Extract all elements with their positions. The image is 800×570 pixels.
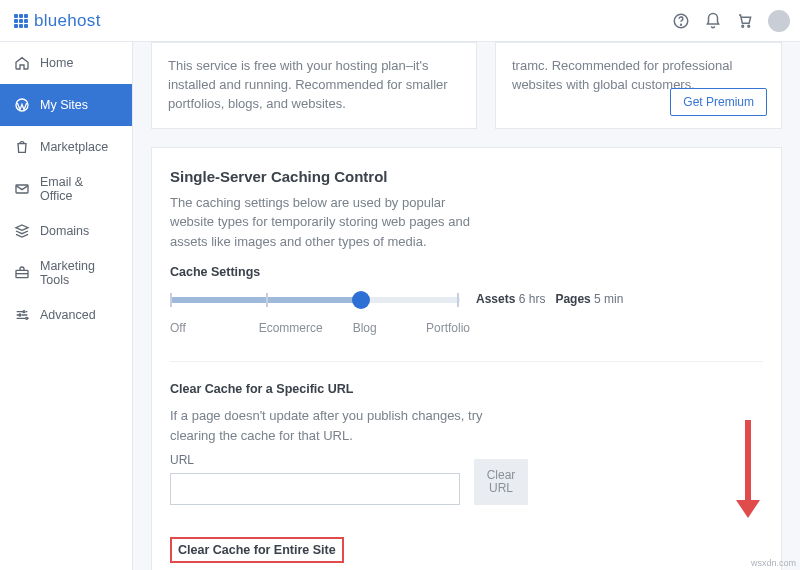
top-header: bluehost: [0, 0, 800, 42]
avatar[interactable]: [768, 10, 790, 32]
premium-card-text: tramc. Recommended for professional webs…: [512, 58, 732, 92]
brand-name: bluehost: [34, 11, 101, 31]
cache-status-text: Assets 6 hrs Pages 5 min: [476, 292, 623, 306]
toolbox-icon: [14, 265, 30, 281]
plan-info-text: This service is free with your hosting p…: [168, 58, 448, 111]
level-off: Off: [170, 321, 229, 335]
url-input[interactable]: [170, 473, 460, 505]
nav-advanced[interactable]: Advanced: [0, 294, 132, 336]
watermark: wsxdn.com: [751, 558, 796, 568]
url-label: URL: [170, 453, 460, 467]
svg-point-2: [742, 25, 744, 27]
nav-label: Marketplace: [40, 140, 108, 154]
svg-point-8: [19, 314, 21, 316]
top-actions: [672, 10, 790, 32]
plan-info-card: This service is free with your hosting p…: [151, 42, 477, 129]
cache-settings-label: Cache Settings: [170, 265, 763, 279]
slider-labels: Off Ecommerce Blog Portfolio: [170, 321, 470, 335]
premium-card: tramc. Recommended for professional webs…: [495, 42, 782, 129]
mail-icon: [14, 181, 30, 197]
cart-icon[interactable]: [736, 12, 754, 30]
home-icon: [14, 55, 30, 71]
nav-label: Domains: [40, 224, 89, 238]
grid-icon: [14, 14, 28, 28]
help-icon[interactable]: [672, 12, 690, 30]
sliders-icon: [14, 307, 30, 323]
brand-logo[interactable]: bluehost: [14, 11, 101, 31]
svg-point-3: [748, 25, 750, 27]
nav-mysites[interactable]: My Sites: [0, 84, 132, 126]
nav-label: Advanced: [40, 308, 96, 322]
nav-label: Home: [40, 56, 73, 70]
main-content: This service is free with your hosting p…: [133, 42, 800, 570]
nav-domains[interactable]: Domains: [0, 210, 132, 252]
nav-marketplace[interactable]: Marketplace: [0, 126, 132, 168]
svg-point-7: [23, 311, 25, 313]
specific-url-desc: If a page doesn't update after you publi…: [170, 406, 490, 445]
nav-email[interactable]: Email & Office: [0, 168, 132, 210]
caching-panel: Single-Server Caching Control The cachin…: [151, 147, 782, 570]
panel-title: Single-Server Caching Control: [170, 168, 763, 185]
svg-point-9: [26, 317, 28, 319]
entire-site-title: Clear Cache for Entire Site: [170, 537, 344, 563]
specific-url-title: Clear Cache for a Specific URL: [170, 382, 763, 396]
get-premium-button[interactable]: Get Premium: [670, 88, 767, 116]
svg-point-1: [681, 24, 682, 25]
nav-home[interactable]: Home: [0, 42, 132, 84]
sidebar: Home My Sites Marketplace Email & Office…: [0, 42, 133, 570]
nav-marketing[interactable]: Marketing Tools: [0, 252, 132, 294]
slider-knob[interactable]: [352, 291, 370, 309]
bag-icon: [14, 139, 30, 155]
level-blog: Blog: [323, 321, 412, 335]
panel-desc: The caching settings below are used by p…: [170, 193, 490, 252]
nav-label: Marketing Tools: [40, 259, 118, 287]
clear-url-button[interactable]: Clear URL: [474, 459, 528, 505]
bell-icon[interactable]: [704, 12, 722, 30]
cache-level-slider[interactable]: [170, 289, 460, 309]
nav-label: Email & Office: [40, 175, 118, 203]
level-ecommerce: Ecommerce: [229, 321, 323, 335]
layers-icon: [14, 223, 30, 239]
level-portfolio: Portfolio: [411, 321, 470, 335]
wordpress-icon: [14, 97, 30, 113]
nav-label: My Sites: [40, 98, 88, 112]
